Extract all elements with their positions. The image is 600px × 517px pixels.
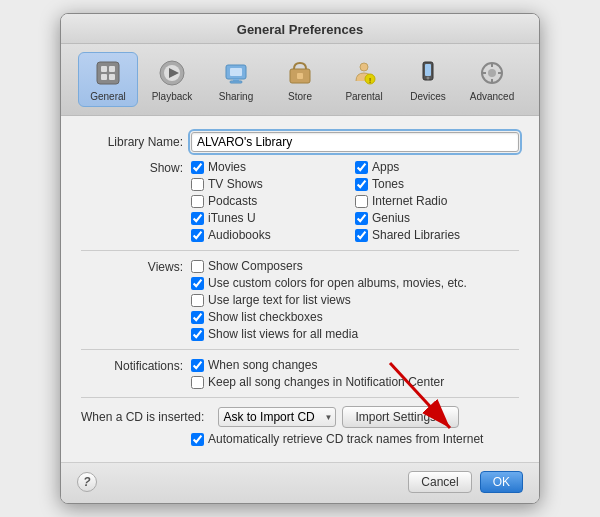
svg-rect-1 <box>101 66 107 72</box>
view-list-checkboxes-checkbox[interactable] <box>191 311 204 324</box>
show-audiobooks: Audiobooks <box>191 228 355 242</box>
view-large-text-label: Use large text for list views <box>208 293 351 307</box>
toolbar-item-playback[interactable]: Playback <box>142 52 202 107</box>
toolbar-label-parental: Parental <box>345 91 382 102</box>
show-tones-checkbox[interactable] <box>355 178 368 191</box>
auto-retrieve-checkbox[interactable] <box>191 433 204 446</box>
titlebar: General Preferences <box>61 14 539 44</box>
library-name-value <box>191 132 519 152</box>
show-tvshows-checkbox[interactable] <box>191 178 204 191</box>
notif-keep-all-changes-checkbox[interactable] <box>191 376 204 389</box>
toolbar: General Playback <box>61 44 539 116</box>
cd-dropdown-wrapper: Ask to Import CD <box>218 407 336 427</box>
view-custom-colors-label: Use custom colors for open albums, movie… <box>208 276 467 290</box>
devices-icon <box>412 57 444 89</box>
show-shared-libraries-label: Shared Libraries <box>372 228 460 242</box>
view-list-checkboxes: Show list checkboxes <box>191 310 519 324</box>
view-show-composers-label: Show Composers <box>208 259 303 273</box>
show-tvshows: TV Shows <box>191 177 355 191</box>
show-row: Show: Movies Apps TV Shows <box>81 160 519 242</box>
notif-keep-all-changes: Keep all song changes in Notification Ce… <box>191 375 519 389</box>
show-genius-label: Genius <box>372 211 410 225</box>
svg-point-14 <box>360 63 368 71</box>
svg-rect-9 <box>230 68 242 76</box>
toolbar-item-sharing[interactable]: Sharing <box>206 52 266 107</box>
view-custom-colors: Use custom colors for open albums, movie… <box>191 276 519 290</box>
toolbar-label-playback: Playback <box>152 91 193 102</box>
show-podcasts-label: Podcasts <box>208 194 257 208</box>
divider-2 <box>81 349 519 350</box>
svg-rect-3 <box>101 74 107 80</box>
cancel-button[interactable]: Cancel <box>408 471 471 493</box>
advanced-icon <box>476 57 508 89</box>
cd-insert-label: When a CD is inserted: <box>81 410 212 424</box>
help-button[interactable]: ? <box>77 472 97 492</box>
views-label: Views: <box>81 259 191 341</box>
toolbar-label-devices: Devices <box>410 91 446 102</box>
show-internet-radio: Internet Radio <box>355 194 519 208</box>
footer-buttons: Cancel OK <box>408 471 523 493</box>
show-internet-radio-label: Internet Radio <box>372 194 447 208</box>
show-shared-libraries: Shared Libraries <box>355 228 519 242</box>
view-large-text: Use large text for list views <box>191 293 519 307</box>
notifications-label: Notifications: <box>81 358 191 389</box>
show-movies: Movies <box>191 160 355 174</box>
view-large-text-checkbox[interactable] <box>191 294 204 307</box>
divider-3 <box>81 397 519 398</box>
library-name-row: Library Name: <box>81 132 519 152</box>
show-audiobooks-checkbox[interactable] <box>191 229 204 242</box>
store-icon <box>284 57 316 89</box>
toolbar-label-store: Store <box>288 91 312 102</box>
divider-1 <box>81 250 519 251</box>
svg-rect-11 <box>230 81 242 83</box>
show-podcasts: Podcasts <box>191 194 355 208</box>
show-tones: Tones <box>355 177 519 191</box>
show-genius-checkbox[interactable] <box>355 212 368 225</box>
toolbar-label-sharing: Sharing <box>219 91 253 102</box>
footer: ? Cancel OK <box>61 462 539 503</box>
general-icon <box>92 57 124 89</box>
cd-spacer <box>81 432 191 446</box>
view-list-views-all-media-checkbox[interactable] <box>191 328 204 341</box>
notif-keep-all-changes-label: Keep all song changes in Notification Ce… <box>208 375 444 389</box>
toolbar-item-store[interactable]: Store <box>270 52 330 107</box>
show-grid: Movies Apps TV Shows Tones <box>191 160 519 242</box>
views-section: Views: Show Composers Use custom colors … <box>81 259 519 341</box>
notif-song-changes-checkbox[interactable] <box>191 359 204 372</box>
views-content: Show Composers Use custom colors for ope… <box>191 259 519 341</box>
cd-insert-row: When a CD is inserted: Ask to Import CD … <box>81 406 519 428</box>
toolbar-item-advanced[interactable]: Advanced <box>462 52 522 107</box>
cd-insert-dropdown[interactable]: Ask to Import CD <box>218 407 336 427</box>
preferences-content: Library Name: Show: Movies <box>61 116 539 462</box>
import-settings-button[interactable]: Import Settings... <box>342 406 459 428</box>
svg-rect-18 <box>425 64 431 76</box>
ok-button[interactable]: OK <box>480 471 523 493</box>
show-internet-radio-checkbox[interactable] <box>355 195 368 208</box>
sharing-icon <box>220 57 252 89</box>
svg-rect-2 <box>109 66 115 72</box>
toolbar-item-general[interactable]: General <box>78 52 138 107</box>
show-itunes-u-label: iTunes U <box>208 211 256 225</box>
show-label: Show: <box>81 160 191 175</box>
notif-song-changes: When song changes <box>191 358 519 372</box>
svg-point-19 <box>427 77 430 80</box>
toolbar-item-devices[interactable]: Devices <box>398 52 458 107</box>
show-podcasts-checkbox[interactable] <box>191 195 204 208</box>
playback-icon <box>156 57 188 89</box>
show-content: Movies Apps TV Shows Tones <box>191 160 519 242</box>
show-shared-libraries-checkbox[interactable] <box>355 229 368 242</box>
toolbar-item-parental[interactable]: ! Parental <box>334 52 394 107</box>
window-title: General Preferences <box>237 22 363 37</box>
view-show-composers-checkbox[interactable] <box>191 260 204 273</box>
notifications-content: When song changes Keep all song changes … <box>191 358 519 389</box>
show-tones-label: Tones <box>372 177 404 191</box>
svg-rect-0 <box>97 62 119 84</box>
view-custom-colors-checkbox[interactable] <box>191 277 204 290</box>
show-apps-checkbox[interactable] <box>355 161 368 174</box>
library-name-input[interactable] <box>191 132 519 152</box>
toolbar-label-general: General <box>90 91 126 102</box>
show-movies-checkbox[interactable] <box>191 161 204 174</box>
view-list-views-all-media-label: Show list views for all media <box>208 327 358 341</box>
show-itunes-u-checkbox[interactable] <box>191 212 204 225</box>
notifications-section: Notifications: When song changes Keep al… <box>81 358 519 389</box>
